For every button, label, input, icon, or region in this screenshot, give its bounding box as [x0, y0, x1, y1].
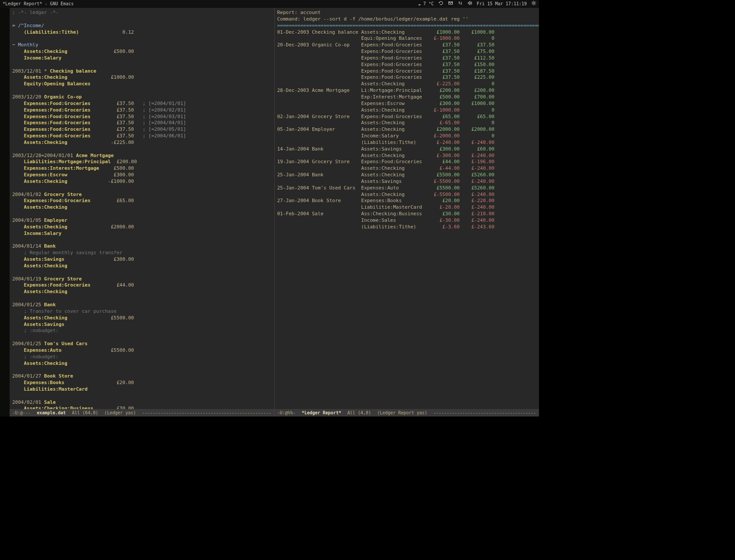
- ml-mode-r: (Ledger Report yas): [377, 410, 427, 416]
- top-panel: *Ledger Report* - GNU Emacs ☁ 7 °C Fri 1…: [0, 0, 539, 8]
- mail-icon[interactable]: [448, 0, 453, 7]
- report-pane[interactable]: Report: account Command: ledger --sort d…: [275, 8, 539, 416]
- ml-pos-r: All (4,0): [347, 410, 371, 416]
- window-title: *Ledger Report* - GNU Emacs: [3, 1, 74, 7]
- weather-indicator: ☁ 7 °C: [418, 1, 434, 7]
- refresh-icon[interactable]: [438, 0, 444, 7]
- right-modeline: -U:@%%- *Ledger Report* All (4,0) (Ledge…: [275, 409, 539, 416]
- editor-pane[interactable]: ; -*- ledger -*- = /^Income/ (Liabilitie…: [10, 8, 275, 416]
- settings-icon[interactable]: [531, 0, 536, 7]
- ml-status-r: -U:@%%-: [277, 410, 296, 416]
- ml-status: -U:@---: [12, 410, 31, 416]
- ml-buffer: example.dat: [37, 410, 66, 416]
- ml-pos: All (64,0): [72, 410, 98, 416]
- ledger-source[interactable]: ; -*- ledger -*- = /^Income/ (Liabilitie…: [12, 10, 272, 416]
- ledger-report[interactable]: Report: account Command: ledger --sort d…: [277, 10, 537, 231]
- volume-icon[interactable]: [467, 0, 472, 7]
- left-modeline: -U:@--- example.dat All (64,0) (Ledger y…: [10, 409, 274, 416]
- ml-mode: (Ledger yas): [105, 410, 136, 416]
- ml-dashes: ----------------------------------------…: [142, 410, 272, 416]
- clock: Fri 15 Mar 17:11:19: [477, 1, 527, 7]
- network-icon[interactable]: [458, 0, 463, 7]
- ml-dashes-r: ----------------------------------------…: [434, 410, 536, 416]
- ml-buffer-r: *Ledger Report*: [302, 410, 341, 416]
